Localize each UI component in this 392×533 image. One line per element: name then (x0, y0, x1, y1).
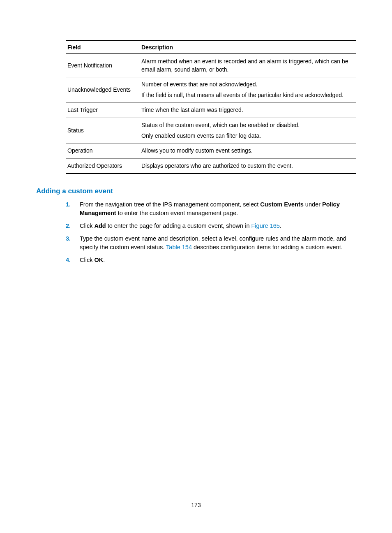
table-link[interactable]: Table 154 (166, 244, 192, 250)
description-line: Number of events that are not acknowledg… (141, 81, 354, 89)
step-text: to enter the page for adding a custom ev… (106, 222, 251, 229)
step-text: under (304, 201, 322, 208)
description-cell: Status of the custom event, which can be… (140, 118, 356, 143)
description-line: Allows you to modify custom event settin… (141, 147, 354, 155)
description-cell: Alarm method when an event is recorded a… (140, 54, 356, 77)
table-row: Status Status of the custom event, which… (66, 118, 356, 143)
step-text: . (103, 257, 105, 263)
table-row: Operation Allows you to modify custom ev… (66, 144, 356, 159)
field-cell: Status (66, 118, 140, 143)
description-line: Only enabled custom events can filter lo… (141, 132, 354, 140)
steps-list: From the navigation tree of the IPS mana… (66, 200, 356, 264)
step-text: to enter the custom event management pag… (116, 210, 238, 216)
figure-link[interactable]: Figure 165 (251, 222, 280, 229)
description-line: If the field is null, that means all eve… (141, 91, 354, 100)
description-cell: Number of events that are not acknowledg… (140, 77, 356, 103)
step-text: From the navigation tree of the IPS mana… (80, 201, 260, 208)
field-cell: Unacknowledged Events (66, 77, 140, 103)
field-cell: Authorized Operators (66, 158, 140, 174)
table-header-row: Field Description (66, 41, 356, 54)
description-line: Alarm method when an event is recorded a… (141, 58, 354, 74)
table-row: Authorized Operators Displays operators … (66, 158, 356, 174)
step-text: describes configuration items for adding… (192, 244, 343, 250)
header-field: Field (66, 41, 140, 54)
step-item: Click OK. (66, 256, 356, 264)
step-item: From the navigation tree of the IPS mana… (66, 200, 356, 218)
field-description-table: Field Description Event Notification Ala… (66, 40, 356, 174)
page-number: 173 (0, 502, 392, 508)
field-cell: Last Trigger (66, 103, 140, 118)
step-item: Click Add to enter the page for adding a… (66, 222, 356, 230)
header-description: Description (140, 41, 356, 54)
term-ok: OK (94, 257, 103, 263)
field-cell: Event Notification (66, 54, 140, 77)
page-content: Field Description Event Notification Ala… (0, 0, 392, 264)
step-text: . (280, 222, 281, 229)
term-add: Add (94, 222, 106, 229)
field-cell: Operation (66, 144, 140, 159)
term-custom-events: Custom Events (260, 201, 304, 208)
description-line: Time when the last alarm was triggered. (141, 106, 354, 114)
table-row: Last Trigger Time when the last alarm wa… (66, 103, 356, 118)
description-cell: Displays operators who are authorized to… (140, 158, 356, 174)
step-item: Type the custom event name and descripti… (66, 234, 356, 252)
step-text: Click (80, 222, 94, 229)
description-line: Displays operators who are authorized to… (141, 162, 354, 170)
description-cell: Time when the last alarm was triggered. (140, 103, 356, 118)
description-line: Status of the custom event, which can be… (141, 121, 354, 130)
table-row: Event Notification Alarm method when an … (66, 54, 356, 77)
description-cell: Allows you to modify custom event settin… (140, 144, 356, 159)
step-text: Click (80, 257, 94, 263)
section-heading: Adding a custom event (36, 187, 356, 195)
table-row: Unacknowledged Events Number of events t… (66, 77, 356, 103)
